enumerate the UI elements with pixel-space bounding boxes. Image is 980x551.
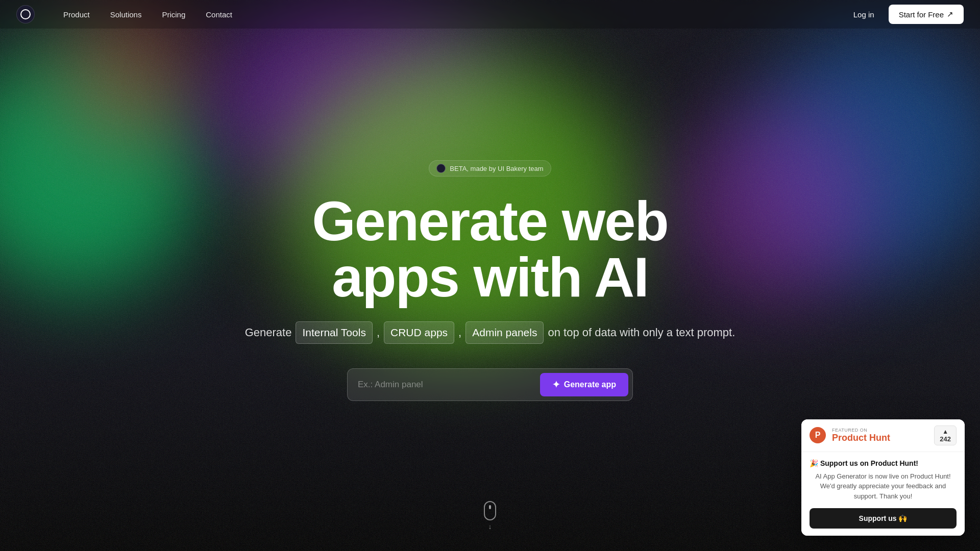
subtitle-prefix: Generate: [245, 323, 292, 341]
generate-app-label: Generate app: [564, 380, 616, 389]
nav-actions: Log in Start for Free ↗: [845, 5, 964, 24]
scroll-arrow-icon: ↓: [488, 522, 492, 531]
sparkle-icon: ✦: [552, 379, 560, 390]
scroll-dot: [489, 505, 491, 509]
ph-header: P FEATURED ON Product Hunt ▲ 242: [801, 419, 965, 452]
comma-2: ,: [458, 323, 461, 341]
external-link-icon: ↗: [947, 10, 953, 19]
search-box: ✦ Generate app: [347, 368, 633, 401]
nav-link-pricing[interactable]: Pricing: [154, 6, 193, 23]
ph-support-title: 🎉 Support us on Product Hunt!: [810, 459, 957, 467]
nav-link-product[interactable]: Product: [55, 6, 98, 23]
scroll-mouse-icon: [484, 501, 496, 520]
ph-logo: P: [810, 427, 826, 443]
generate-app-button[interactable]: ✦ Generate app: [540, 373, 628, 396]
hero-title-line1: Generate web: [312, 189, 668, 252]
ph-support-text: AI App Generator is now live on Product …: [810, 471, 957, 502]
ph-body: 🎉 Support us on Product Hunt! AI App Gen…: [801, 452, 965, 536]
scroll-indicator: ↓: [484, 501, 496, 531]
start-free-button[interactable]: Start for Free ↗: [889, 5, 964, 24]
start-free-label: Start for Free: [899, 10, 944, 19]
beta-badge[interactable]: BETA, made by UI Bakery team: [429, 160, 551, 177]
search-input[interactable]: [358, 380, 540, 390]
nav-link-solutions[interactable]: Solutions: [102, 6, 150, 23]
nav-links: Product Solutions Pricing Contact: [55, 6, 845, 23]
ph-upvote-count: 242: [940, 435, 951, 443]
subtitle-suffix: on top of data with only a text prompt.: [548, 323, 735, 341]
hero-title-line2: apps with AI: [332, 245, 648, 308]
ph-upvote-arrow: ▲: [942, 428, 948, 435]
tag-crud-apps: CRUD apps: [384, 321, 454, 344]
login-button[interactable]: Log in: [845, 6, 883, 23]
nav-link-contact[interactable]: Contact: [198, 6, 240, 23]
logo-icon: [20, 9, 31, 19]
hero-subtitle: Generate Internal Tools , CRUD apps , Ad…: [245, 321, 736, 344]
beta-badge-logo: [436, 164, 446, 173]
tag-admin-panels: Admin panels: [465, 321, 544, 344]
hero-title: Generate web apps with AI: [312, 193, 668, 305]
logo[interactable]: [16, 5, 35, 23]
navbar: Product Solutions Pricing Contact Log in…: [0, 0, 980, 29]
ph-header-text: FEATURED ON Product Hunt: [832, 428, 928, 443]
comma-1: ,: [377, 323, 380, 341]
ph-support-button[interactable]: Support us 🙌: [810, 508, 957, 529]
tag-internal-tools: Internal Tools: [296, 321, 373, 344]
product-hunt-popup: P FEATURED ON Product Hunt ▲ 242 🎉 Suppo…: [801, 419, 965, 536]
beta-badge-text: BETA, made by UI Bakery team: [450, 165, 543, 172]
ph-brand-name: Product Hunt: [832, 433, 928, 443]
ph-featured-label: FEATURED ON: [832, 428, 928, 433]
ph-upvote-box[interactable]: ▲ 242: [934, 425, 957, 445]
